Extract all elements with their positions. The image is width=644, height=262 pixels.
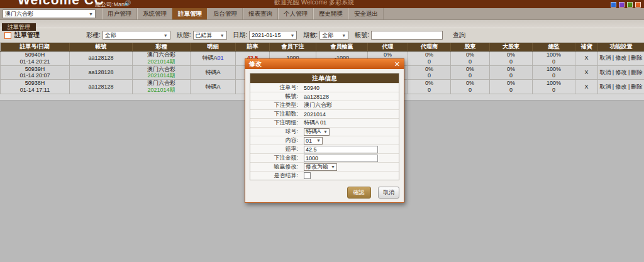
column-header: 大股東 xyxy=(490,43,533,52)
modal-title: 修改 xyxy=(249,59,262,69)
content-select[interactable]: 01▼ xyxy=(304,137,323,145)
settled-checkbox[interactable] xyxy=(304,172,311,179)
actions-cell: 取消 | 修改 | 刪除 xyxy=(598,52,644,66)
restock-cell: X xyxy=(575,65,598,80)
bet-id: 50939H xyxy=(1,66,69,73)
account-search-input[interactable] xyxy=(371,31,443,40)
account-cell: aa128128 xyxy=(70,80,133,94)
tab-7[interactable]: 安全退出 xyxy=(348,8,384,19)
odds-input[interactable] xyxy=(304,146,378,153)
field-row-bet-id: 注单号:50940 xyxy=(250,83,399,92)
tab-4[interactable]: 报表查询 xyxy=(243,8,278,19)
subtab-bet-management[interactable]: 註單管理 xyxy=(2,23,36,31)
page: Welcome CC 總公司:Manik 🔊 歡迎光臨 Welcome 多彩系統… xyxy=(0,0,644,262)
lottery-name: 澳门六合彩 xyxy=(133,66,190,73)
confirm-button[interactable]: 確認 xyxy=(347,187,371,199)
action-cancel[interactable]: 取消 xyxy=(599,55,611,61)
bet-date: 01-14 20:07 xyxy=(1,72,69,79)
winloss-modify-select-value: 修改为输▼ xyxy=(304,163,399,171)
column-header: 代理 xyxy=(368,43,408,52)
action-modify[interactable]: 修改 xyxy=(616,69,627,75)
column-header: 彩種 xyxy=(133,43,191,52)
top-header: Welcome CC 總公司:Manik 🔊 歡迎光臨 Welcome 多彩系統 xyxy=(0,0,644,8)
bet-amount-input-label: 下注金额: xyxy=(250,154,304,162)
theme-color-switcher xyxy=(611,2,641,8)
action-delete[interactable]: 刪除 xyxy=(631,55,643,61)
lottery-filter-select[interactable]: 全部▼ xyxy=(103,31,170,40)
period-filter-select[interactable]: 全部▼ xyxy=(319,31,348,40)
winloss-modify-select[interactable]: 修改为输▼ xyxy=(304,163,337,171)
field-row-account: 帳號:aa128128 xyxy=(250,92,399,101)
bet-detail-label: 下注明细: xyxy=(250,119,304,127)
settled-checkbox-label: 是否结算: xyxy=(250,172,304,180)
bet-type-label: 下注类型: xyxy=(250,101,304,109)
bet-amount-input[interactable] xyxy=(304,155,378,162)
content-select-value: 01▼ xyxy=(304,137,399,145)
bet-date: 01-14 20:21 xyxy=(1,58,69,65)
level-val: 0 xyxy=(408,87,450,94)
account-value: aa128128 xyxy=(304,94,399,100)
level-pct: 100% xyxy=(533,66,575,73)
action-delete[interactable]: 刪除 xyxy=(631,84,643,90)
theme-color-1[interactable] xyxy=(619,2,625,8)
tab-2[interactable]: 註單管理 xyxy=(172,8,208,19)
field-row-settled-checkbox: 是否结算: xyxy=(250,171,399,180)
tab-3[interactable]: 后台管理 xyxy=(208,8,243,19)
tab-0[interactable]: 用户管理 xyxy=(102,8,137,19)
date-filter-select[interactable]: 2021-01-15▼ xyxy=(249,31,297,40)
panel-title: 註單管理 xyxy=(4,31,80,40)
status-filter-select[interactable]: 已結算▼ xyxy=(193,31,227,40)
account-cell: aa128128 xyxy=(70,65,133,80)
lottery-name: 澳门六合彩 xyxy=(133,80,190,87)
menu-bar: 澳门六合彩 ▼ 用户管理系统管理註單管理后台管理报表查询个人管理歷史開獎安全退出 xyxy=(0,8,644,20)
level-pct: 100% xyxy=(533,52,575,58)
period-filter-value: 全部 xyxy=(322,31,333,40)
bet-id-value: 50940 xyxy=(304,85,399,91)
date-filter-label: 日期: xyxy=(233,31,248,40)
action-delete[interactable]: 刪除 xyxy=(631,69,643,75)
modal-buttons: 確認 取消 xyxy=(250,185,399,199)
level-pct: 0% xyxy=(451,52,489,58)
bet-id-label: 注单号: xyxy=(250,84,304,92)
theme-color-2[interactable] xyxy=(627,2,633,8)
level-val: 0 xyxy=(533,72,575,79)
chevron-down-icon: ▼ xyxy=(323,129,328,134)
winloss-modify-select-label: 输赢修改: xyxy=(250,163,304,171)
level-val: 0 xyxy=(451,72,489,79)
field-row-winloss-modify-select: 输赢修改:修改为输▼ xyxy=(250,162,399,171)
cancel-button[interactable]: 取消 xyxy=(378,187,399,199)
theme-color-0[interactable] xyxy=(611,2,616,8)
bet-type-value: 澳门六合彩 xyxy=(304,101,399,109)
detail-cell: 特碼A01 xyxy=(191,52,236,66)
field-row-bet-type: 下注类型:澳门六合彩 xyxy=(250,101,399,109)
action-cancel[interactable]: 取消 xyxy=(599,69,611,75)
content-select-current: 01 xyxy=(306,138,312,144)
theme-color-3[interactable] xyxy=(635,2,641,8)
search-button[interactable]: 查詢 xyxy=(450,30,468,40)
chevron-down-icon: ▼ xyxy=(89,12,93,16)
column-header: 會員輸贏 xyxy=(316,43,368,52)
content-select-label: 内容: xyxy=(250,136,304,145)
tab-1[interactable]: 系统管理 xyxy=(137,8,172,19)
action-cancel[interactable]: 取消 xyxy=(599,84,611,90)
detail-main: 特碼A xyxy=(202,55,217,61)
lottery-cell: 澳门六合彩2021014期 xyxy=(133,52,191,66)
tab-5[interactable]: 个人管理 xyxy=(278,8,313,19)
level-pct: 0% xyxy=(408,80,450,87)
lottery-type-select[interactable]: 澳门六合彩 ▼ xyxy=(3,9,96,18)
level-pct: 0% xyxy=(408,52,450,58)
panel-icon xyxy=(4,32,11,39)
column-header: 帳號 xyxy=(70,43,133,52)
action-modify[interactable]: 修改 xyxy=(616,55,627,61)
action-modify[interactable]: 修改 xyxy=(616,84,627,90)
ball-number-select[interactable]: 特碼A▼ xyxy=(304,128,330,136)
ball-number-select-current: 特碼A xyxy=(306,128,321,136)
level-cell-3: 0%0 xyxy=(490,65,533,80)
close-icon[interactable]: ✕ xyxy=(394,59,400,69)
detail-cell: 特碼A xyxy=(191,80,236,94)
chevron-down-icon: ▼ xyxy=(220,33,225,38)
tab-6[interactable]: 歷史開獎 xyxy=(313,8,348,19)
bet-id-cell: 50939H01-14 20:07 xyxy=(1,65,70,80)
column-header: 股東 xyxy=(451,43,490,52)
field-row-bet-detail: 下注明细:特碼A 01 xyxy=(250,118,399,127)
